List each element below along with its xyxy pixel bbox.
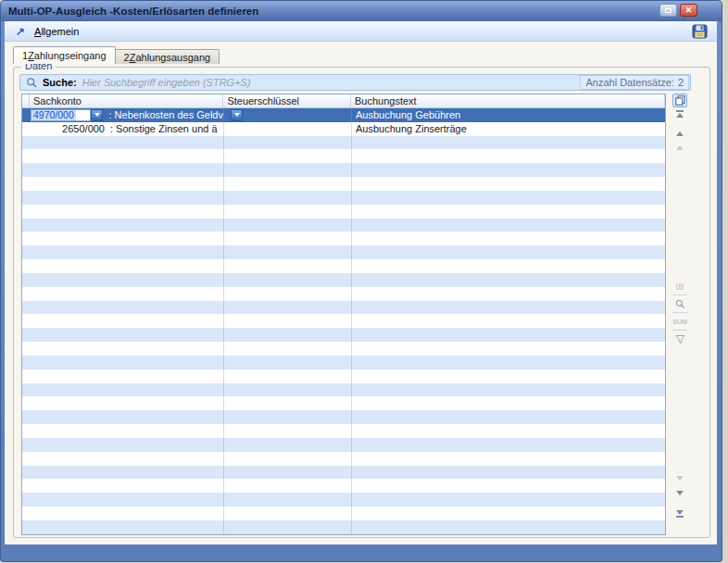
table-row-empty[interactable] xyxy=(22,301,665,315)
table-row-empty[interactable] xyxy=(22,177,665,191)
table-cell-empty xyxy=(30,231,224,245)
table-row[interactable]: 2650/000 : Sonstige Zinsen und ä Ausbuch… xyxy=(22,122,665,136)
restore-icon xyxy=(665,8,672,13)
arrow-down-icon xyxy=(676,510,684,515)
table-row-empty[interactable] xyxy=(22,479,665,493)
table-cell-empty xyxy=(224,245,352,259)
table-row[interactable]: 4970/000 : Nebenkosten des Geldv xyxy=(22,108,665,122)
grid-side-toolbar: (||) SUM xyxy=(672,94,688,535)
record-count-label: Anzahl Datensätze: xyxy=(585,77,673,88)
table-row-empty[interactable] xyxy=(22,191,665,205)
table-row-empty[interactable] xyxy=(22,273,665,287)
tab-zahlungsausgang[interactable]: 2 Zahlungsausgang xyxy=(116,49,220,64)
table-cell-empty xyxy=(30,479,224,493)
table-row-empty[interactable] xyxy=(22,149,665,163)
scroll-to-top-button[interactable] xyxy=(676,110,684,118)
table-row-empty[interactable] xyxy=(22,231,665,245)
table-row-empty[interactable] xyxy=(22,424,665,438)
table-cell-empty xyxy=(352,479,665,493)
table-cell-empty xyxy=(30,205,224,219)
table-body: 4970/000 : Nebenkosten des Geldv xyxy=(22,108,665,534)
table-cell-empty xyxy=(224,259,352,273)
table-row-empty[interactable] xyxy=(22,493,665,507)
filter-icon xyxy=(675,334,685,344)
cell-sachkonto[interactable]: 2650/000 : Sonstige Zinsen und ä xyxy=(30,122,224,136)
table-cell-empty xyxy=(352,396,665,410)
table-row-empty[interactable] xyxy=(22,287,665,301)
table-cell-empty xyxy=(224,287,352,301)
copy-rows-button[interactable] xyxy=(672,94,687,107)
menu-arrow-icon: ↗ xyxy=(16,25,25,38)
table-cell-empty xyxy=(352,177,665,191)
tab-strip: 1 Zahlungseingang 2 Zahlungsausgang xyxy=(13,46,220,64)
table-row-empty[interactable] xyxy=(22,136,665,150)
sum-button[interactable]: SUM xyxy=(672,312,687,330)
table-row-empty[interactable] xyxy=(22,410,665,424)
cell-buchungstext[interactable]: Ausbuchung Zinserträge xyxy=(352,122,665,136)
table-cell-empty xyxy=(224,314,352,328)
table-row-empty[interactable] xyxy=(22,452,665,466)
table-row-empty[interactable] xyxy=(22,520,665,534)
table-row-empty[interactable] xyxy=(22,205,665,219)
table-row-empty[interactable] xyxy=(22,314,665,328)
table-cell-empty xyxy=(224,383,352,397)
bands-button[interactable]: (||) xyxy=(672,277,687,294)
table-cell-empty xyxy=(30,396,224,410)
cell-buchungstext[interactable]: Ausbuchung Gebühren xyxy=(352,108,665,122)
table-cell-empty xyxy=(224,466,352,480)
table-cell-empty xyxy=(352,438,665,452)
table-row-empty[interactable] xyxy=(22,245,665,259)
table-cell-empty xyxy=(352,356,665,369)
table-cell-empty xyxy=(30,493,224,507)
table-row-empty[interactable] xyxy=(22,356,665,369)
cell-sachkonto[interactable]: 4970/000 : Nebenkosten des Geldv xyxy=(30,108,224,122)
sachkonto-editor[interactable]: 4970/000 xyxy=(31,109,91,121)
restore-button[interactable] xyxy=(659,4,677,17)
table-cell-empty xyxy=(30,287,224,301)
table-cell-empty xyxy=(224,219,352,232)
title-bar[interactable]: Multi-OP-Ausgleich -Kosten/Erlösarten de… xyxy=(0,0,722,21)
table-cell-empty xyxy=(224,356,352,369)
zoom-button[interactable] xyxy=(672,294,687,312)
filter-button[interactable] xyxy=(672,330,687,347)
table-row-empty[interactable] xyxy=(22,507,665,520)
table-cell-empty xyxy=(30,301,224,315)
table-cell-empty xyxy=(224,507,352,520)
table-cell-empty xyxy=(352,259,665,273)
search-input[interactable]: Hier Suchbegriff eingeben (STRG+S) xyxy=(82,77,581,88)
column-header-buchungstext[interactable]: Buchungstext xyxy=(351,94,665,107)
scroll-to-bottom-button[interactable] xyxy=(676,510,684,518)
column-header-sachkonto[interactable]: Sachkonto xyxy=(30,94,223,107)
table-row-empty[interactable] xyxy=(22,163,665,177)
table-row-empty[interactable] xyxy=(22,438,665,452)
table-row-empty[interactable] xyxy=(22,383,665,397)
table-cell-empty xyxy=(352,452,665,466)
close-button[interactable]: ✕ xyxy=(680,4,697,17)
table-row-empty[interactable] xyxy=(22,219,665,232)
tab-zahlungseingang[interactable]: 1 Zahlungseingang xyxy=(13,46,116,64)
cell-steuerschluessel[interactable] xyxy=(224,108,352,122)
dialog-window: Multi-OP-Ausgleich -Kosten/Erlösarten de… xyxy=(0,0,722,562)
menu-item-allgemein[interactable]: Allgemein xyxy=(31,24,82,39)
table-row-empty[interactable] xyxy=(22,369,665,383)
table-cell-empty xyxy=(30,342,224,356)
table-row-empty[interactable] xyxy=(22,396,665,410)
steuerschluessel-dropdown-button[interactable] xyxy=(231,109,243,121)
table-row-empty[interactable] xyxy=(22,259,665,273)
table-cell-empty xyxy=(30,410,224,424)
grid-header: Sachkonto Steuerschlüssel Buchungstext xyxy=(22,94,665,108)
column-header-steuerschluessel[interactable]: Steuerschlüssel xyxy=(223,94,351,107)
sachkonto-dropdown-button[interactable] xyxy=(91,109,103,121)
scroll-up-button[interactable] xyxy=(676,120,684,131)
table-row-empty[interactable] xyxy=(22,466,665,480)
search-icon xyxy=(26,77,38,89)
scroll-down-button[interactable] xyxy=(676,495,684,507)
record-count-box: Anzahl Datensätze: 2 xyxy=(580,75,689,90)
table-row-empty[interactable] xyxy=(22,342,665,356)
table-row-empty[interactable] xyxy=(22,328,665,342)
table-cell-empty xyxy=(352,301,665,315)
save-button[interactable] xyxy=(692,24,708,39)
search-bar[interactable]: Suche: Hier Suchbegriff eingeben (STRG+S… xyxy=(19,74,691,91)
cell-steuerschluessel[interactable] xyxy=(224,122,352,136)
table-cell-empty xyxy=(30,245,224,259)
